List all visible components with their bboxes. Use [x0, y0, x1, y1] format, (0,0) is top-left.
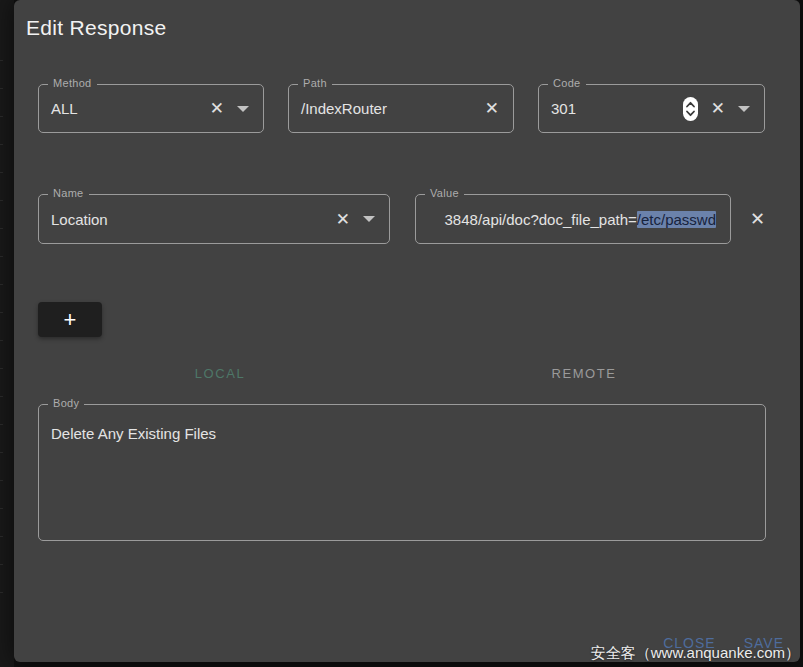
method-field-value[interactable]: ALL — [51, 100, 78, 117]
body-field-label: Body — [48, 397, 84, 409]
code-field-value[interactable]: 301 — [551, 100, 576, 117]
path-field[interactable]: Path /IndexRouter ✕ — [288, 84, 514, 133]
tab-local[interactable]: LOCAL — [38, 360, 402, 386]
number-stepper-icon[interactable] — [683, 97, 698, 121]
clear-icon[interactable]: ✕ — [210, 100, 224, 117]
save-button[interactable]: SAVE — [744, 635, 784, 651]
name-field[interactable]: Name Location ✕ — [38, 194, 390, 244]
method-field-label: Method — [48, 77, 97, 89]
background-row-ticks — [0, 60, 3, 600]
body-field-value[interactable]: Delete Any Existing Files — [51, 425, 216, 442]
plus-icon: + — [64, 309, 77, 331]
name-field-label: Name — [48, 187, 89, 199]
value-field-value[interactable]: 3848/api/doc?doc_file_path=/etc/passwd — [445, 211, 716, 228]
close-button[interactable]: CLOSE — [663, 635, 715, 651]
add-header-button[interactable]: + — [38, 302, 102, 337]
body-field[interactable]: Body Delete Any Existing Files — [38, 404, 766, 541]
name-field-value[interactable]: Location — [51, 211, 108, 228]
body-source-tabs: LOCAL REMOTE — [38, 360, 766, 386]
clear-icon[interactable]: ✕ — [485, 100, 499, 117]
chevron-down-icon[interactable] — [363, 216, 375, 222]
code-field[interactable]: Code 301 ✕ — [538, 84, 765, 133]
value-field-label: Value — [425, 187, 464, 199]
path-field-value[interactable]: /IndexRouter — [301, 100, 387, 117]
edit-response-dialog: Edit Response Method ALL ✕ Path /IndexRo… — [14, 0, 800, 662]
value-clear-icon[interactable]: ✕ — [750, 208, 765, 230]
chevron-down-icon[interactable] — [738, 106, 750, 112]
clear-icon[interactable]: ✕ — [711, 100, 725, 117]
code-field-label: Code — [548, 77, 586, 89]
background-left-strip — [0, 0, 14, 667]
dialog-title: Edit Response — [26, 16, 166, 40]
dialog-actions: CLOSE SAVE — [663, 635, 784, 651]
clear-icon[interactable]: ✕ — [336, 211, 350, 228]
value-field-text: 3848/api/doc?doc_file_path= — [445, 211, 637, 228]
chevron-down-icon[interactable] — [237, 106, 249, 112]
path-field-label: Path — [298, 77, 332, 89]
method-field[interactable]: Method ALL ✕ — [38, 84, 264, 133]
value-field-selected-text: /etc/passwd — [637, 211, 716, 228]
value-field[interactable]: Value 3848/api/doc?doc_file_path=/etc/pa… — [415, 194, 731, 244]
tab-remote[interactable]: REMOTE — [402, 360, 766, 386]
